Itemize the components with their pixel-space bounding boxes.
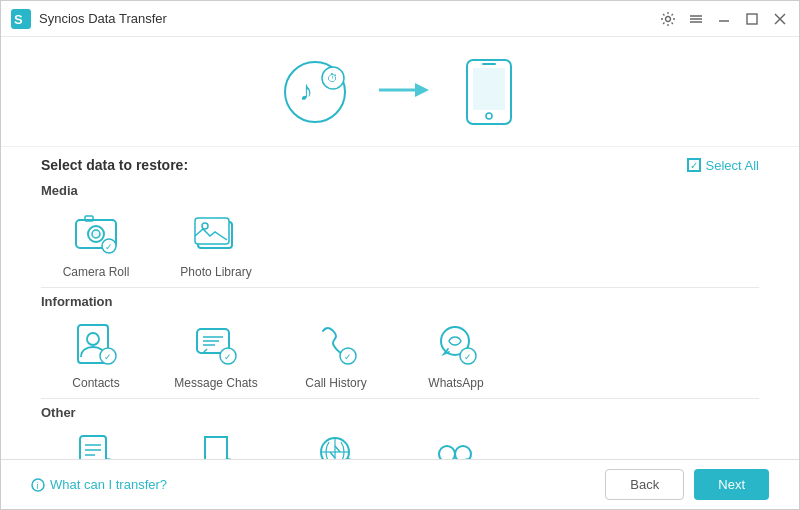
bookmarks-icon: ✓ <box>189 428 243 459</box>
svg-text:✓: ✓ <box>105 242 113 252</box>
svg-text:i: i <box>37 481 39 491</box>
voice-mail-icon: ✓ <box>429 428 483 459</box>
media-items-row: ✓ Camera Roll Photo Library <box>41 206 759 279</box>
item-camera-roll[interactable]: ✓ Camera Roll <box>41 206 151 279</box>
window-title: Syncios Data Transfer <box>39 11 659 26</box>
item-photo-library[interactable]: Photo Library <box>161 206 271 279</box>
photo-library-label: Photo Library <box>180 265 251 279</box>
svg-point-59 <box>439 446 455 459</box>
settings-icon[interactable] <box>659 10 677 28</box>
call-history-label: Call History <box>305 376 366 390</box>
svg-marker-15 <box>415 83 429 97</box>
app-logo: S <box>11 9 31 29</box>
whatsapp-label: WhatsApp <box>428 376 483 390</box>
what-transfer-label: What can I transfer? <box>50 477 167 492</box>
next-button[interactable]: Next <box>694 469 769 500</box>
menu-icon[interactable] <box>687 10 705 28</box>
titlebar: S Syncios Data Transfer <box>1 1 799 37</box>
call-history-icon: ✓ <box>309 317 363 371</box>
other-items-row: ✓ Notes ✓ Bookmarks <box>41 428 759 459</box>
svg-text:✓: ✓ <box>104 352 112 362</box>
svg-point-2 <box>666 16 671 21</box>
back-button[interactable]: Back <box>605 469 684 500</box>
select-title: Select data to restore: <box>41 157 188 173</box>
whatsapp-icon: ✓ <box>429 317 483 371</box>
photo-library-icon <box>189 206 243 260</box>
close-icon[interactable] <box>771 10 789 28</box>
safari-history-icon: ✓ <box>309 428 363 459</box>
transfer-arrow <box>379 75 429 109</box>
item-message-chats[interactable]: ✓ Message Chats <box>161 317 271 390</box>
main-window: S Syncios Data Transfer <box>0 0 800 510</box>
bottom-buttons: Back Next <box>605 469 769 500</box>
svg-text:✓: ✓ <box>344 352 352 362</box>
svg-point-22 <box>92 230 100 238</box>
transfer-header: ♪ ⏱ <box>1 37 799 147</box>
main-content: Select data to restore: ✓ Select All Med… <box>1 147 799 459</box>
target-device-icon <box>459 58 519 126</box>
maximize-icon[interactable] <box>743 10 761 28</box>
item-notes[interactable]: ✓ Notes <box>41 428 151 459</box>
svg-text:S: S <box>14 12 23 27</box>
select-all-label: Select All <box>706 158 759 173</box>
contacts-label: Contacts <box>72 376 119 390</box>
camera-roll-label: Camera Roll <box>63 265 130 279</box>
message-chats-icon: ✓ <box>189 317 243 371</box>
camera-roll-icon: ✓ <box>69 206 123 260</box>
select-header: Select data to restore: ✓ Select All <box>41 157 759 173</box>
svg-line-56 <box>330 452 335 458</box>
source-device: ♪ ⏱ <box>281 58 349 126</box>
category-information-label: Information <box>41 294 759 309</box>
item-safari-history[interactable]: ✓ Safari History <box>281 428 391 459</box>
svg-point-18 <box>486 113 492 119</box>
item-bookmarks[interactable]: ✓ Bookmarks <box>161 428 271 459</box>
select-all-checkbox[interactable]: ✓ <box>687 158 701 172</box>
item-call-history[interactable]: ✓ Call History <box>281 317 391 390</box>
svg-point-60 <box>455 446 471 459</box>
svg-text:♪: ♪ <box>299 75 313 106</box>
message-chats-label: Message Chats <box>174 376 257 390</box>
item-contacts[interactable]: ✓ Contacts <box>41 317 151 390</box>
divider-1 <box>41 287 759 288</box>
minimize-icon[interactable] <box>715 10 733 28</box>
svg-rect-7 <box>747 14 757 24</box>
divider-2 <box>41 398 759 399</box>
window-controls <box>659 10 789 28</box>
svg-rect-17 <box>473 68 505 110</box>
bottom-bar: i What can I transfer? Back Next <box>1 459 799 509</box>
what-transfer-link[interactable]: i What can I transfer? <box>31 477 167 492</box>
arrow-icon <box>379 75 429 105</box>
information-items-row: ✓ Contacts ✓ <box>41 317 759 390</box>
svg-line-55 <box>335 446 340 452</box>
svg-rect-23 <box>85 216 93 221</box>
svg-point-30 <box>87 333 99 345</box>
category-other-label: Other <box>41 405 759 420</box>
notes-icon: ✓ <box>69 428 123 459</box>
info-icon: i <box>31 478 45 492</box>
svg-text:✓: ✓ <box>464 352 472 362</box>
item-whatsapp[interactable]: ✓ WhatsApp <box>401 317 511 390</box>
source-device-icon: ♪ ⏱ <box>281 58 349 126</box>
contacts-icon: ✓ <box>69 317 123 371</box>
target-device <box>459 58 519 126</box>
svg-text:✓: ✓ <box>224 352 232 362</box>
item-voice-mail[interactable]: ✓ Voice Mail <box>401 428 511 459</box>
select-all-button[interactable]: ✓ Select All <box>687 158 759 173</box>
category-media-label: Media <box>41 183 759 198</box>
svg-text:⏱: ⏱ <box>327 72 338 84</box>
